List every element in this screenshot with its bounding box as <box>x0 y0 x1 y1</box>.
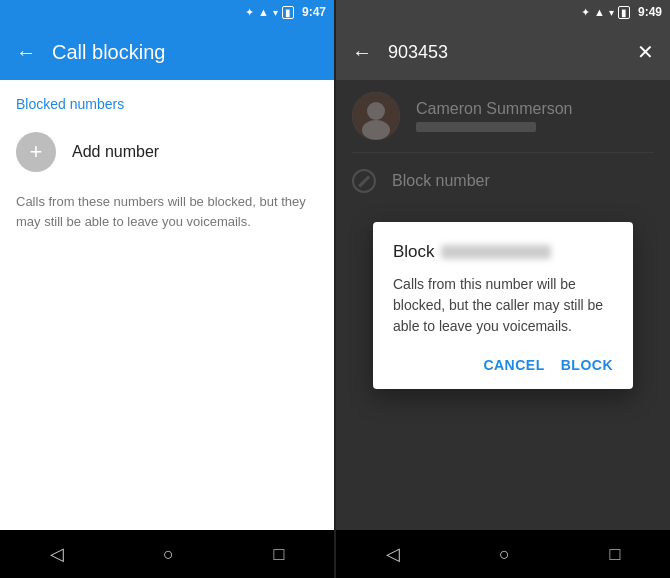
add-number-row[interactable]: + Add number <box>0 120 334 184</box>
dialog-actions: CANCEL BLOCK <box>393 353 613 377</box>
back-button-right[interactable]: ← <box>352 41 372 64</box>
status-time-right: 9:49 <box>638 5 662 19</box>
left-app-bar-title: Call blocking <box>52 41 318 64</box>
dialog-overlay: Block Calls from this number will be blo… <box>336 80 670 530</box>
left-status-bar: ✦ ▲ ▾ ▮ 9:47 <box>0 0 334 24</box>
block-dialog: Block Calls from this number will be blo… <box>373 222 633 389</box>
blocked-numbers-info: Calls from these numbers will be blocked… <box>0 184 334 239</box>
wifi-icon: ▾ <box>273 7 278 18</box>
dialog-title-blurred-number <box>441 245 551 259</box>
wifi-icon-right: ▾ <box>609 7 614 18</box>
add-number-label: Add number <box>72 143 159 161</box>
close-button[interactable]: ✕ <box>637 40 654 64</box>
home-nav-icon-right[interactable]: ○ <box>499 544 510 565</box>
right-content: Cameron Summerson Block number Block Cal… <box>336 80 670 530</box>
right-status-bar: ✦ ▲ ▾ ▮ 9:49 <box>336 0 670 24</box>
add-circle-icon: + <box>16 132 56 172</box>
recent-nav-icon-right[interactable]: □ <box>609 544 620 565</box>
right-nav-bar: ◁ ○ □ <box>336 530 670 578</box>
battery-icon: ▮ <box>282 6 294 19</box>
home-nav-icon[interactable]: ○ <box>163 544 174 565</box>
bluetooth-icon: ✦ <box>245 6 254 19</box>
status-time-left: 9:47 <box>302 5 326 19</box>
block-confirm-button[interactable]: BLOCK <box>561 353 613 377</box>
left-screen: ✦ ▲ ▾ ▮ 9:47 ← Call blocking Blocked num… <box>0 0 334 578</box>
signal-icon-right: ▲ <box>594 6 605 18</box>
right-screen: ✦ ▲ ▾ ▮ 9:49 ← 903453 ✕ Cameron Summerso <box>336 0 670 578</box>
bluetooth-icon-right: ✦ <box>581 6 590 19</box>
signal-icon: ▲ <box>258 6 269 18</box>
blocked-numbers-label: Blocked numbers <box>0 80 334 120</box>
dialog-body: Calls from this number will be blocked, … <box>393 274 613 337</box>
status-icons-right: ✦ ▲ ▾ ▮ 9:49 <box>581 5 662 19</box>
back-nav-icon-right[interactable]: ◁ <box>386 543 400 565</box>
cancel-button[interactable]: CANCEL <box>483 353 544 377</box>
dialog-title-text: Block <box>393 242 435 262</box>
phone-number-title: 903453 <box>388 42 621 63</box>
status-icons-left: ✦ ▲ ▾ ▮ 9:47 <box>245 5 326 19</box>
recent-nav-icon[interactable]: □ <box>273 544 284 565</box>
battery-icon-right: ▮ <box>618 6 630 19</box>
left-app-bar: ← Call blocking <box>0 24 334 80</box>
back-button-left[interactable]: ← <box>16 41 36 64</box>
left-nav-bar: ◁ ○ □ <box>0 530 334 578</box>
left-content: Blocked numbers + Add number Calls from … <box>0 80 334 530</box>
dialog-title: Block <box>393 242 613 262</box>
back-nav-icon[interactable]: ◁ <box>50 543 64 565</box>
right-app-bar: ← 903453 ✕ <box>336 24 670 80</box>
